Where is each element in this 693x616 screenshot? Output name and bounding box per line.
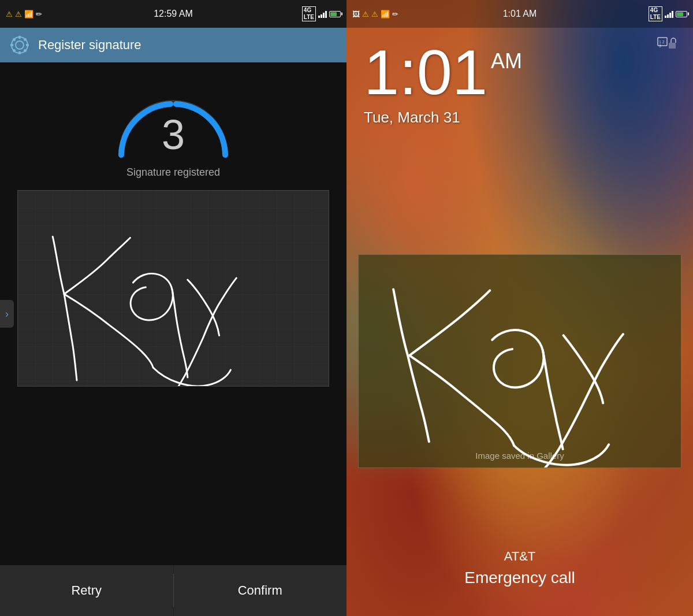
lock-widget: 1 2 3: [655, 35, 684, 66]
status-time-right: 1:01 AM: [503, 9, 537, 19]
signature-overlay: Image saved in Gallery: [358, 254, 681, 468]
arc-counter: 3: [110, 80, 237, 161]
content-area: › 3 Signature registered: [0, 62, 346, 565]
status-bar-left: ⚠ ⚠ 📶 ✏ 12:59 AM 4GLTE: [0, 0, 346, 28]
app-title: Register signature: [38, 38, 141, 53]
pencil-icon-right: ✏: [392, 10, 398, 18]
retry-button[interactable]: Retry: [0, 565, 173, 616]
battery-icon: [329, 11, 341, 17]
warning-icon-3: ⚠: [362, 10, 369, 18]
svg-rect-14: [669, 43, 676, 49]
image-saved-text: Image saved in Gallery: [475, 451, 564, 461]
svg-rect-4: [10, 44, 13, 46]
gear-icon: [9, 35, 30, 55]
svg-rect-5: [26, 44, 29, 46]
status-time-left: 12:59 AM: [154, 9, 193, 19]
left-status-right-icons: 4GLTE: [302, 6, 341, 21]
att-text: AT&T: [346, 549, 693, 564]
signal-icon-right: [665, 10, 673, 18]
svg-text:1 2: 1 2: [659, 40, 665, 44]
svg-rect-3: [18, 51, 21, 54]
signature-registered-text: Signature registered: [126, 166, 220, 179]
left-chevron[interactable]: ›: [0, 300, 14, 328]
signature-canvas[interactable]: [17, 190, 329, 387]
right-panel: 🖼 ⚠ ⚠ 📶 ✏ 1:01 AM 4GLTE 1:01 AM Tue, Mar: [346, 0, 693, 616]
4glte-icon-right: 4GLTE: [649, 6, 662, 21]
right-status-left-icons: 🖼 ⚠ ⚠ 📶 ✏: [352, 10, 398, 18]
date-display: Tue, March 31: [364, 109, 487, 127]
wifi-icon: 📶: [24, 10, 33, 18]
4glte-icon: 4GLTE: [302, 6, 316, 21]
svg-text:3: 3: [659, 44, 661, 48]
app-header: Register signature: [0, 28, 346, 62]
status-bar-right: 🖼 ⚠ ⚠ 📶 ✏ 1:01 AM 4GLTE: [346, 0, 693, 28]
left-panel: ⚠ ⚠ 📶 ✏ 12:59 AM 4GLTE: [0, 0, 346, 616]
image-icon: 🖼: [352, 10, 360, 18]
warning-icon-4: ⚠: [371, 10, 378, 18]
time-display: 1:01: [364, 36, 487, 107]
warning-icon-2: ⚠: [15, 10, 22, 18]
lockscreen-time-display: 1:01 AM Tue, March 31: [364, 40, 487, 127]
left-status-icons: ⚠ ⚠ 📶 ✏: [6, 10, 42, 18]
svg-point-1: [16, 41, 24, 49]
att-section: AT&T Emergency call: [346, 549, 693, 587]
confirm-button[interactable]: Confirm: [174, 565, 347, 616]
wifi-icon-right: 📶: [381, 10, 390, 18]
battery-icon-right: [676, 11, 687, 17]
right-status-right-icons: 4GLTE: [649, 6, 687, 21]
svg-rect-2: [18, 36, 21, 39]
signal-icon: [318, 10, 327, 18]
counter-number: 3: [162, 111, 185, 158]
bottom-buttons: Retry Confirm: [0, 565, 346, 616]
emergency-call-text[interactable]: Emergency call: [346, 569, 693, 587]
am-pm-display: AM: [491, 49, 522, 73]
pencil-icon: ✏: [36, 10, 42, 18]
warning-icon-1: ⚠: [6, 10, 13, 18]
